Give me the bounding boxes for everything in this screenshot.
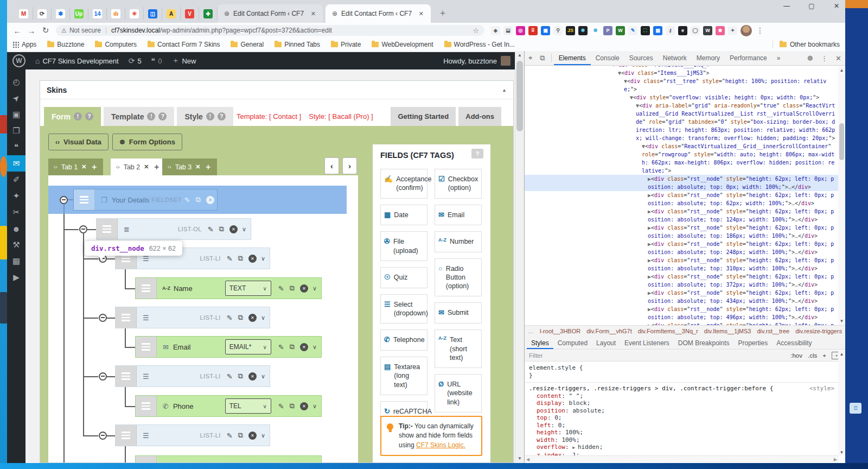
tree-row-field-phone[interactable]: ✆PhoneTEL∨✎⧉✕∨ (135, 395, 322, 417)
edit-icon[interactable]: ✎ (227, 314, 233, 322)
chevron-down-icon[interactable]: ∨ (261, 255, 265, 262)
delete-icon[interactable]: ✕ (248, 255, 257, 263)
dom-line[interactable]: ▶<div class="rst__node" style="height: 6… (525, 207, 839, 224)
dom-line[interactable]: ▶<div class="rst__node" style="height: 6… (525, 224, 839, 240)
form-tab-3[interactable]: ‹›Tab 3✕＋ (162, 159, 217, 175)
form-options-button[interactable]: ☸ Form Options (112, 134, 182, 150)
tab-add-icon[interactable]: ＋ (204, 162, 212, 172)
pink-circle-extension-icon[interactable]: ❀ (716, 26, 725, 35)
collapse-node-button[interactable] (99, 314, 107, 322)
styles-tab-properties[interactable]: Properties (734, 337, 773, 349)
browser-tab-inactive[interactable]: ⊕ Edit Contact Form ‹ CF7 Skins De ✕ (218, 4, 323, 23)
field-type-select[interactable]: TEL∨ (225, 398, 271, 414)
tree-row-list-li[interactable]: ☰LIST-LI✎⧉✕∨ (115, 307, 270, 328)
tab-add-icon[interactable]: ＋ (152, 162, 160, 172)
breadcrumb-item[interactable]: div.Form__vhG7t (586, 328, 632, 334)
form-tab-1[interactable]: ‹›Tab 1✕＋ (48, 159, 103, 175)
dom-line[interactable]: ▼<div style="overflow: visible; height: … (525, 93, 839, 102)
blue-doc-extension-icon[interactable]: ▤ (653, 26, 662, 35)
field-type-select[interactable]: EMAIL*∨ (225, 339, 271, 354)
reload-icon[interactable]: ↻ (39, 26, 53, 35)
devtools-tab-sources[interactable]: Sources (624, 51, 658, 65)
css-property[interactable]: height: 100%; (529, 429, 834, 436)
admin-bar-account[interactable]: Howdy, buzztone (443, 52, 510, 69)
breadcrumb-item[interactable]: div.resize-triggers (795, 328, 842, 334)
delete-icon[interactable]: ✕ (229, 225, 238, 233)
css-property[interactable]: content: " "; (529, 392, 834, 400)
tab-close-icon[interactable]: ✕ (417, 10, 425, 18)
css-property[interactable]: display: block; (529, 400, 834, 407)
chevron-down-icon[interactable]: ∨ (261, 432, 265, 439)
sidebar-item-settings-panel[interactable]: ▦ (7, 253, 25, 269)
sidebar-item-contact-mail[interactable]: ✉ (7, 155, 25, 172)
sidebar-item-media[interactable]: ▣ (7, 106, 25, 123)
copy-icon[interactable]: ⧉ (290, 343, 295, 351)
delete-icon[interactable]: ✕ (248, 372, 257, 381)
tree-row-list-li[interactable]: ☰LIST-LI✎⧉✕∨ (115, 365, 270, 387)
edit-icon[interactable]: ✎ (278, 343, 284, 351)
browser-menu-icon[interactable]: ⋮ (756, 26, 764, 35)
edit-icon[interactable]: ✎ (208, 225, 214, 233)
dom-line[interactable]: ▶<div class="rst__node" style="height: 6… (525, 240, 839, 256)
camera-extension-icon[interactable]: ⬓ (503, 26, 513, 35)
drag-handle[interactable] (136, 456, 157, 462)
sidebar-item-tools-wrench[interactable]: ⚒ (7, 237, 25, 253)
styles-scrollbar[interactable]: ▲ ▼ (838, 350, 845, 455)
pinned-tab-calendar-14[interactable]: 14 (88, 7, 107, 20)
minimize-button[interactable]: — (781, 2, 792, 10)
dom-line[interactable]: ▶<div class="rst__node" style="height: 6… (525, 272, 839, 289)
tab-add-icon[interactable]: ＋ (90, 162, 98, 172)
devtools-tab-network[interactable]: Network (658, 51, 692, 65)
forward-icon[interactable]: → (24, 26, 39, 35)
page-scrollbar[interactable]: ▲ ▼ (515, 51, 524, 463)
shield-extension-icon[interactable]: ◈ (491, 26, 500, 35)
dom-line[interactable]: ▶<div class="rst__node" style="height: 6… (525, 321, 839, 325)
edit-icon[interactable]: ✎ (227, 432, 233, 440)
delete-icon[interactable]: ✕ (300, 402, 308, 410)
browser-tab-active[interactable]: ⊕ Edit Contact Form ‹ CF7 Skins De ✕ (326, 4, 431, 23)
dom-line[interactable]: ▶<div class="rst__node" style="height: 6… (525, 289, 839, 305)
field-button-date[interactable]: ▦Date (380, 205, 427, 226)
new-rule-button[interactable]: + (822, 352, 826, 359)
tree-row-field-name[interactable]: A-ZNameTEXT∨✎⧉✕∨ (135, 277, 322, 299)
collapse-node-button[interactable] (99, 372, 107, 381)
chevron-down-icon[interactable]: ∨ (261, 314, 265, 321)
dom-line[interactable]: ▶<div class="rst__node" style="height: 6… (525, 175, 839, 191)
tab-style[interactable]: Style!? (177, 107, 233, 126)
bookmark-folder-item[interactable]: Buzztone (47, 41, 84, 48)
drag-handle[interactable] (116, 366, 137, 386)
wordpress-dark-extension-icon[interactable]: W (703, 26, 712, 35)
atom-extension-icon[interactable]: ✺ (591, 26, 600, 35)
warning-badge[interactable]: ! (74, 112, 82, 121)
field-button-text-short[interactable]: A-ZText (short text) (435, 329, 482, 368)
devtools-settings-icon[interactable]: ☸ (803, 54, 817, 62)
bookmark-folder-item[interactable]: General (231, 41, 264, 48)
field-button-file-upload[interactable]: ✇File (upload) (380, 231, 427, 261)
copy-icon[interactable]: ⧉ (290, 284, 295, 293)
chevron-down-icon[interactable]: ∨ (312, 344, 317, 351)
edit-icon[interactable]: ✎ (278, 284, 284, 293)
pinned-tab-pinwheel[interactable]: ✳ (125, 7, 144, 20)
prev-arrow-button[interactable]: ‹ (324, 157, 339, 174)
wordpress-green-extension-icon[interactable]: W (616, 26, 625, 35)
elements-scrollbar[interactable]: ▲ ▼ (838, 66, 845, 325)
devtools-menu-icon[interactable]: ⋮ (817, 54, 832, 62)
bookmark-folder-item[interactable]: Contact Form 7 Skins (148, 41, 220, 48)
admin-bar-comments[interactable]: ❝ 0 (151, 56, 162, 65)
hov-toggle[interactable]: :hov (790, 352, 802, 359)
styles-tab-accessibility[interactable]: Accessibility (772, 337, 816, 349)
field-button-quiz[interactable]: ☉Quiz (380, 267, 427, 288)
css-property[interactable]: left: 0; (529, 422, 834, 429)
drag-handle[interactable] (136, 396, 157, 416)
copy-icon[interactable]: ⧉ (219, 225, 224, 233)
devtools-tab-console[interactable]: Console (591, 51, 624, 65)
new-tab-button[interactable]: ＋ (435, 7, 450, 20)
collapse-node-button[interactable] (60, 196, 68, 204)
fields-help-button[interactable]: ? (471, 149, 483, 159)
pinned-tab-red-v[interactable]: V (181, 7, 199, 20)
admin-bar-new[interactable]: ＋ New (171, 56, 196, 66)
drag-handle[interactable] (136, 337, 157, 357)
devtools-more-tabs[interactable]: » (772, 51, 786, 65)
next-arrow-button[interactable]: › (342, 157, 357, 174)
devtools-tab-performance[interactable]: Performance (725, 51, 772, 65)
